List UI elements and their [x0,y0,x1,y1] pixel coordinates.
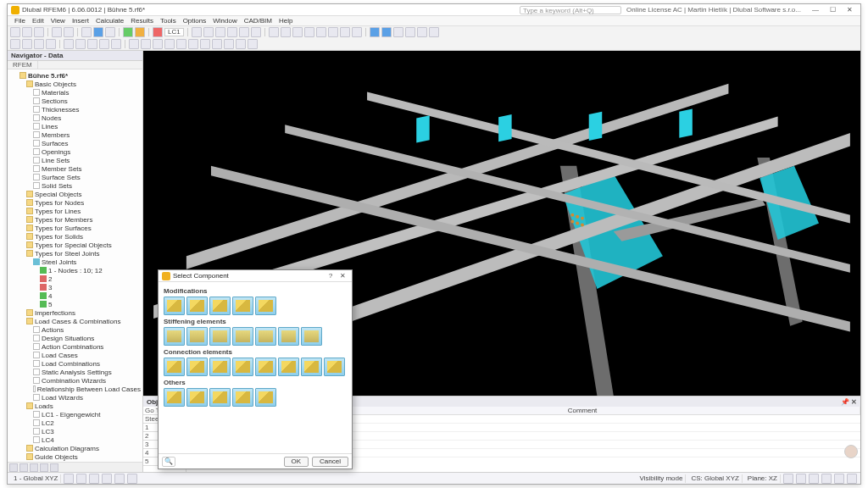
comp-conn-8[interactable] [324,358,345,376]
tree-lc2[interactable]: LC2 [42,419,54,427]
tree-guide[interactable]: Guide Objects [35,453,78,461]
tree-imperfections[interactable]: Imperfections [35,309,75,317]
navigator-tree[interactable]: Bühne 5.rf6* Basic Objects Materials Sec… [8,69,142,462]
tree-types-special[interactable]: Types for Special Objects [35,241,112,249]
tb-g3-icon[interactable] [215,27,225,37]
status-cs-left[interactable]: 1 - Global XYZ [11,474,61,483]
sb-icon-4[interactable] [102,474,112,484]
comp-stiff-6[interactable] [278,327,299,346]
tb-h3-icon[interactable] [292,27,303,37]
comp-stiff-7[interactable] [301,327,322,346]
tree-combwiz[interactable]: Combination Wizards [42,377,106,385]
tb2-r-icon[interactable] [224,39,234,49]
tb2-h-icon[interactable] [99,39,109,49]
tree-loadcases[interactable]: Load Cases & Combinations [35,318,120,325]
menu-edit[interactable]: Edit [29,17,47,25]
nav-foot-icon-5[interactable] [50,463,58,472]
comp-conn-6[interactable] [278,358,299,376]
tb-g1-icon[interactable] [192,27,202,37]
tb2-a-icon[interactable] [10,39,20,49]
menu-window[interactable]: Window [209,17,240,25]
sb-mode-3[interactable] [809,474,819,484]
tree-lcases[interactable]: Load Cases [42,352,78,359]
tree-actcomb[interactable]: Action Combinations [42,343,103,351]
tree-linesets[interactable]: Line Sets [42,157,70,164]
comp-other-3[interactable] [209,388,231,407]
tree-solidsets[interactable]: Solid Sets [42,182,72,190]
menu-view[interactable]: View [47,17,69,25]
tb-h2-icon[interactable] [281,27,291,37]
sb-icon-1[interactable] [64,474,74,484]
tb2-p-icon[interactable] [200,39,210,49]
tb2-n-icon[interactable] [176,39,186,49]
tree-special[interactable]: Special Objects [35,191,82,198]
tb2-d-icon[interactable] [46,39,56,49]
tree-membersets[interactable]: Member Sets [42,165,82,173]
tree-lc1[interactable]: LC1 - Eigengewicht [42,411,100,419]
tree-sj5[interactable]: 5 [48,301,52,308]
comp-conn-4[interactable] [232,358,253,376]
status-visibility[interactable]: Visibility mode [637,474,686,483]
tb2-o-icon[interactable] [188,39,198,49]
tb-h7-icon[interactable] [340,27,350,37]
tree-sj3[interactable]: 3 [48,284,52,291]
tree-sas[interactable]: Static Analysis Settings [42,369,112,376]
tree-types-surfaces[interactable]: Types for Surfaces [35,225,92,232]
dialog-search-icon[interactable]: 🔍 [162,457,175,467]
sb-icon-3[interactable] [89,474,99,484]
tb-save-icon[interactable] [34,27,44,37]
tree-sections[interactable]: Sections [42,97,68,105]
ok-button[interactable]: OK [284,457,309,467]
tb2-m-icon[interactable] [164,39,175,49]
tb-results-icon[interactable] [135,27,145,37]
user-avatar-icon[interactable] [844,445,858,458]
menu-calculate[interactable]: Calculate [92,17,127,25]
tb2-e-icon[interactable] [64,39,74,49]
status-cs[interactable]: CS: Global XYZ [688,474,742,483]
tb-g6-icon[interactable] [251,27,261,37]
comp-conn-7[interactable] [301,358,322,376]
tree-types-solids[interactable]: Types for Solids [35,233,83,241]
tree-steeljoints[interactable]: Steel Joints [42,258,76,266]
tb-new-icon[interactable] [10,27,20,37]
tb-i1-icon[interactable] [370,27,380,37]
tb2-t-icon[interactable] [248,39,258,49]
sb-icon-2[interactable] [76,474,86,484]
comp-stiff-2[interactable] [186,327,208,346]
tree-types-members[interactable]: Types for Members [35,216,92,224]
tree-actions[interactable]: Actions [42,326,64,334]
tb-g4-icon[interactable] [227,27,237,37]
comp-mod-2[interactable] [186,297,208,315]
dialog-help-icon[interactable]: ? [325,272,337,280]
col-comment[interactable]: Comment [305,407,860,415]
tree-rellc[interactable]: Relationship Between Load Cases [37,385,141,393]
menu-file[interactable]: File [11,17,29,25]
tree-nodes[interactable]: Nodes [42,114,61,122]
tb2-k-icon[interactable] [141,39,151,49]
comp-conn-2[interactable] [186,358,208,376]
nav-foot-icon-1[interactable] [9,463,18,472]
comp-stiff-4[interactable] [232,327,253,346]
tb-calc-icon[interactable] [123,27,133,37]
tb-g2-icon[interactable] [203,27,214,37]
tb-pan-icon[interactable] [105,27,115,37]
search-input[interactable]: Type a keyword (Alt+Q) [520,6,621,14]
comp-conn-3[interactable] [209,358,231,376]
tb2-c-icon[interactable] [34,39,44,49]
tb-zoom-icon[interactable] [93,27,103,37]
tree-thicknesses[interactable]: Thicknesses [42,106,79,114]
sb-mode-6[interactable] [847,474,857,484]
nav-foot-icon-2[interactable] [19,463,28,472]
comp-conn-1[interactable] [164,358,185,376]
tree-lines[interactable]: Lines [42,123,58,130]
comp-mod-3[interactable] [209,297,231,315]
comp-stiff-1[interactable] [164,327,185,346]
comp-mod-1[interactable] [164,297,185,315]
tree-loadwiz[interactable]: Load Wizards [42,394,83,402]
comp-other-1[interactable] [164,388,185,407]
tb2-f-icon[interactable] [75,39,86,49]
tb-h8-icon[interactable] [352,27,362,37]
dialog-close-icon[interactable]: ✕ [337,272,348,280]
tb-i2-icon[interactable] [381,27,392,37]
tree-types-nodes[interactable]: Types for Nodes [35,199,84,207]
